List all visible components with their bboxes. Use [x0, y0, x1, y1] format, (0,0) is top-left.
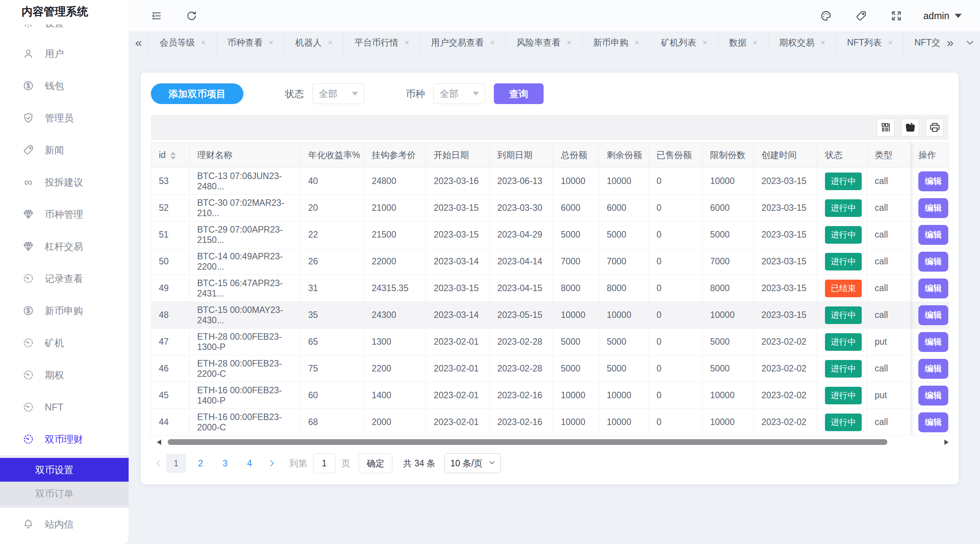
edit-button[interactable]: 编辑 [918, 252, 948, 272]
tab-新币申购[interactable]: 新币申购× [583, 31, 650, 54]
page-number-2[interactable]: 2 [191, 454, 211, 473]
main-area: admin « 会员等级×币种查看×机器人×平台币行情×用户交易查看×风险率查看… [129, 0, 980, 544]
sidebar-item-投拆建议[interactable]: ∞投拆建议 [0, 166, 129, 198]
cell-created: 2023-02-02 [754, 382, 817, 409]
sidebar-item-设置[interactable]: 设置 [0, 24, 129, 37]
cell-type: call [867, 355, 911, 382]
scrollbar-thumb[interactable] [168, 439, 887, 445]
sidebar-item-新闻[interactable]: 新闻 [0, 134, 129, 166]
edit-button[interactable]: 编辑 [918, 279, 948, 298]
sidebar-item-期权[interactable]: 期权 [0, 359, 129, 391]
close-icon[interactable]: × [753, 38, 757, 47]
tabs-dropdown-icon[interactable] [960, 31, 980, 54]
sidebar-item-用户[interactable]: 用户 [0, 37, 129, 70]
sidebar-menu: 设置用户钱包管理员新闻∞投拆建议币种管理杠杆交易记录查看新币申购矿机期权NFT双… [0, 24, 129, 540]
table-row: 53BTC-13 07:06JUN23-2480...40248002023-0… [151, 168, 949, 195]
tab-label: 风险率查看 [516, 37, 560, 49]
edit-button[interactable]: 编辑 [918, 332, 948, 352]
fullscreen-icon[interactable] [889, 8, 904, 23]
sidebar-item-钱包[interactable]: 钱包 [0, 70, 129, 102]
tab-矿机列表[interactable]: 矿机列表× [650, 31, 718, 54]
sidebar-item-站内信[interactable]: 站内信 [0, 508, 129, 540]
palette-icon[interactable] [818, 8, 834, 23]
refresh-icon[interactable] [184, 8, 199, 23]
status-filter-select[interactable]: 全部 [312, 83, 364, 104]
tab-平台币行情[interactable]: 平台币行情× [344, 31, 420, 54]
close-icon[interactable]: × [567, 38, 571, 47]
tab-数据[interactable]: 数据× [718, 31, 768, 54]
tabs-scroll-right-icon[interactable]: » [940, 31, 960, 54]
sidebar-subitem-双币设置[interactable]: 双币设置 [0, 458, 129, 482]
column-header-id[interactable]: id [151, 143, 189, 168]
close-icon[interactable]: × [635, 38, 639, 47]
page-number-3[interactable]: 3 [215, 454, 235, 473]
export-icon[interactable] [901, 119, 919, 137]
sidebar-item-label: 杠杆交易 [45, 240, 83, 253]
goto-page-input[interactable] [313, 453, 335, 473]
tag-icon[interactable] [854, 8, 869, 23]
tab-会员等级[interactable]: 会员等级× [149, 31, 217, 54]
prev-page-icon[interactable] [151, 454, 166, 473]
tab-label: 数据 [729, 37, 746, 49]
close-icon[interactable]: × [820, 38, 825, 47]
sidebar-item-新币申购[interactable]: 新币申购 [0, 295, 129, 327]
add-dual-project-button[interactable]: 添加双币项目 [151, 83, 243, 104]
cell-id: 51 [151, 222, 189, 248]
tab-NFT列表[interactable]: NFT列表× [836, 31, 904, 54]
tabs-scroll-left-icon[interactable]: « [129, 31, 149, 54]
tab-风险率查看[interactable]: 风险率查看× [506, 31, 582, 54]
print-icon[interactable] [926, 119, 944, 137]
edit-button[interactable]: 编辑 [918, 359, 948, 379]
search-button[interactable]: 查询 [494, 83, 544, 104]
edit-button[interactable]: 编辑 [918, 198, 948, 218]
sidebar-item-记录查看[interactable]: 记录查看 [0, 262, 129, 295]
sidebar-item-label: 矿机 [45, 337, 64, 349]
tab-期权交易[interactable]: 期权交易× [768, 31, 836, 54]
close-icon[interactable]: × [888, 38, 892, 47]
close-icon[interactable]: × [269, 38, 273, 47]
per-page-select[interactable]: 10 条/页 [444, 453, 500, 473]
cell-start: 2023-03-16 [426, 168, 490, 195]
tab-label: 币种查看 [227, 37, 263, 49]
tab-机器人[interactable]: 机器人× [285, 31, 344, 54]
coin-filter-select[interactable]: 全部 [433, 83, 485, 104]
tab-NFT交易记录[interactable]: NFT交易记录 [904, 31, 940, 54]
edit-button[interactable]: 编辑 [918, 225, 948, 245]
edit-button[interactable]: 编辑 [918, 305, 948, 325]
close-icon[interactable]: × [201, 38, 206, 47]
sidebar-item-矿机[interactable]: 矿机 [0, 327, 129, 359]
scroll-right-arrow[interactable] [944, 440, 949, 445]
sidebar-item-双币理财[interactable]: 双币理财 [0, 423, 129, 455]
sidebar-item-杠杆交易[interactable]: 杠杆交易 [0, 230, 129, 262]
sidebar-subitem-双币订单[interactable]: 双币订单 [0, 482, 129, 505]
table-row: 45ETH-16 00:00FEB23-1400-P6014002023-02-… [151, 382, 949, 409]
page-number-1[interactable]: 1 [166, 454, 186, 473]
close-icon[interactable]: × [328, 38, 333, 47]
edit-button[interactable]: 编辑 [918, 171, 948, 191]
sidebar-item-NFT[interactable]: NFT [0, 391, 129, 423]
sidebar-item-币种管理[interactable]: 币种管理 [0, 198, 129, 230]
edit-button[interactable]: 编辑 [918, 412, 948, 432]
cell-end: 2023-05-15 [490, 302, 553, 329]
scroll-left-arrow[interactable] [157, 440, 161, 445]
cell-action: 编辑 [911, 195, 949, 222]
close-icon[interactable]: × [490, 38, 495, 47]
tab-用户交易查看[interactable]: 用户交易查看× [420, 31, 506, 54]
sort-icon[interactable] [170, 152, 176, 160]
cell-end: 2023-02-28 [490, 329, 553, 355]
collapse-menu-icon[interactable] [149, 8, 164, 23]
cell-ref: 24800 [364, 168, 426, 195]
user-menu[interactable]: admin [923, 10, 962, 21]
close-icon[interactable]: × [405, 38, 409, 47]
close-icon[interactable]: × [702, 38, 707, 47]
next-page-icon[interactable] [264, 454, 279, 473]
columns-icon[interactable] [877, 119, 895, 137]
sidebar-item-label: 记录查看 [45, 272, 83, 285]
sidebar-item-管理员[interactable]: 管理员 [0, 102, 129, 134]
confirm-page-button[interactable]: 确定 [359, 453, 392, 473]
column-header-label: id [159, 150, 166, 160]
tab-币种查看[interactable]: 币种查看× [217, 31, 284, 54]
page-number-4[interactable]: 4 [240, 454, 260, 473]
edit-button[interactable]: 编辑 [918, 386, 948, 406]
cell-total: 7000 [553, 248, 599, 275]
